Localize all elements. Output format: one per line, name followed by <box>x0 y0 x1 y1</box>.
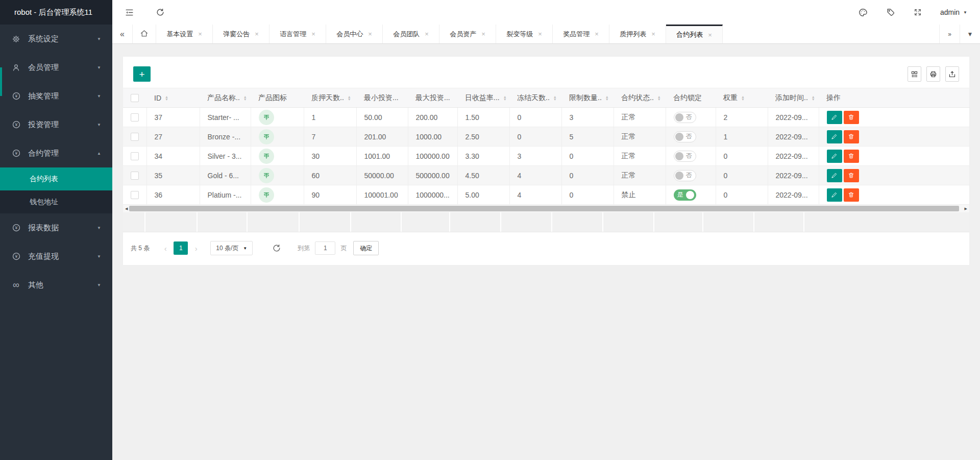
sort-icon[interactable]: ▲▼ <box>165 95 168 101</box>
lock-switch[interactable]: 是 <box>674 189 696 201</box>
close-icon[interactable]: × <box>311 30 315 38</box>
export-button[interactable] <box>945 66 959 82</box>
close-icon[interactable]: × <box>425 30 429 38</box>
sort-icon[interactable]: ▲▼ <box>243 95 247 101</box>
horizontal-scrollbar[interactable]: ◀ ▶ <box>123 205 969 212</box>
sidebar-item-7[interactable]: ¥充值提现▼ <box>0 242 112 271</box>
sort-down-icon[interactable]: ▼ <box>503 98 507 101</box>
sort-down-icon[interactable]: ▼ <box>657 98 661 101</box>
sort-icon[interactable]: ▲▼ <box>741 95 745 101</box>
refresh-icon[interactable] <box>156 8 165 17</box>
sort-icon[interactable]: ▲▼ <box>348 95 351 101</box>
lock-switch[interactable]: 否 <box>674 151 696 162</box>
edit-button[interactable] <box>827 169 842 182</box>
column-header-added[interactable]: 添加时间..▲▼ <box>768 88 819 108</box>
sidebar-item-3[interactable]: ¥抽奖管理▼ <box>0 82 112 110</box>
scrollbar-thumb[interactable] <box>129 206 959 211</box>
row-checkbox[interactable] <box>131 113 139 122</box>
sidebar-item-6[interactable]: ¥报表数据▼ <box>0 213 112 242</box>
tab[interactable]: 裂变等级× <box>496 25 553 43</box>
sidebar-scrollbar-thumb[interactable] <box>0 67 2 96</box>
edit-button[interactable] <box>827 188 842 202</box>
sort-down-icon[interactable]: ▼ <box>605 98 609 101</box>
prev-page-button[interactable]: ‹ <box>160 244 171 253</box>
refresh-table-icon[interactable] <box>272 244 281 253</box>
row-checkbox[interactable] <box>131 133 139 141</box>
theme-palette-icon[interactable] <box>858 8 868 17</box>
sort-down-icon[interactable]: ▼ <box>348 98 351 101</box>
sort-icon[interactable]: ▲▼ <box>553 95 557 101</box>
tab[interactable]: 会员资产× <box>439 25 496 43</box>
delete-button[interactable] <box>844 150 859 163</box>
tab[interactable]: 弹窗公告× <box>213 25 270 43</box>
close-icon[interactable]: × <box>708 31 712 39</box>
scroll-left-icon[interactable]: ◀ <box>125 207 128 211</box>
sort-down-icon[interactable]: ▼ <box>741 98 745 101</box>
tab[interactable]: 语言管理× <box>270 25 326 43</box>
menu-fold-icon[interactable] <box>125 8 134 17</box>
sort-down-icon[interactable]: ▼ <box>243 98 247 101</box>
close-icon[interactable]: × <box>651 30 655 38</box>
close-icon[interactable]: × <box>368 30 372 38</box>
sidebar-item-2[interactable]: 会员管理▼ <box>0 53 112 82</box>
user-menu[interactable]: admin ▼ <box>940 8 967 16</box>
tabs-scroll-right-button[interactable]: » <box>939 25 960 43</box>
delete-button[interactable] <box>844 169 859 182</box>
lock-switch[interactable]: 否 <box>674 131 696 142</box>
close-icon[interactable]: × <box>198 30 202 38</box>
tab[interactable]: 会员团队× <box>383 25 439 43</box>
column-header-weight[interactable]: 权重▲▼ <box>716 88 768 108</box>
columns-button[interactable] <box>908 66 921 82</box>
delete-button[interactable] <box>844 111 859 124</box>
edit-button[interactable] <box>827 150 842 163</box>
fullscreen-icon[interactable] <box>914 8 922 16</box>
add-button[interactable]: + <box>133 66 151 82</box>
tab[interactable]: 质押列表× <box>609 25 666 43</box>
tab[interactable]: 奖品管理× <box>553 25 609 43</box>
goto-page-input[interactable] <box>315 241 335 255</box>
column-header-daily_rate[interactable]: 日收益率...▲▼ <box>457 88 509 108</box>
sort-down-icon[interactable]: ▼ <box>553 98 557 101</box>
home-tab[interactable] <box>133 25 156 43</box>
row-checkbox[interactable] <box>131 152 139 160</box>
confirm-button[interactable]: 确定 <box>353 241 379 255</box>
sort-icon[interactable]: ▲▼ <box>503 95 507 101</box>
sidebar-subitem[interactable]: 钱包地址 <box>0 190 112 213</box>
tab-active[interactable]: 合约列表× <box>666 25 723 43</box>
select-all-checkbox[interactable] <box>131 94 139 102</box>
printer-button[interactable] <box>926 66 940 82</box>
tag-icon[interactable] <box>886 8 895 17</box>
sidebar-item-8[interactable]: ∞其他▼ <box>0 271 112 299</box>
sidebar-item-5[interactable]: ¥合约管理▲ <box>0 139 112 167</box>
close-icon[interactable]: × <box>481 30 485 38</box>
lock-switch[interactable]: 否 <box>674 112 696 123</box>
edit-button[interactable] <box>827 111 842 124</box>
page-size-select[interactable]: 10 条/页 ▼ <box>210 241 253 255</box>
delete-button[interactable] <box>844 188 859 202</box>
column-header-name[interactable]: 产品名称..▲▼ <box>200 88 251 108</box>
row-checkbox[interactable] <box>131 191 139 199</box>
delete-button[interactable] <box>844 130 859 143</box>
sidebar-item-1[interactable]: 系统设定▼ <box>0 25 112 53</box>
close-icon[interactable]: × <box>538 30 542 38</box>
sort-icon[interactable]: ▲▼ <box>657 95 661 101</box>
sort-down-icon[interactable]: ▼ <box>812 98 815 101</box>
sidebar-item-4[interactable]: ¥投资管理▼ <box>0 110 112 139</box>
column-header-freeze_days[interactable]: 冻结天数..▲▼ <box>509 88 561 108</box>
scroll-right-icon[interactable]: ▶ <box>965 207 967 211</box>
column-header-id[interactable]: ID▲▼ <box>146 88 200 108</box>
tab[interactable]: 基本设置× <box>156 25 213 43</box>
current-page-button[interactable]: 1 <box>174 241 188 255</box>
edit-button[interactable] <box>827 130 842 143</box>
column-header-status[interactable]: 合约状态..▲▼ <box>614 88 666 108</box>
tabs-menu-button[interactable]: ▼ <box>960 25 980 43</box>
next-page-button[interactable]: › <box>190 244 202 253</box>
sort-down-icon[interactable]: ▼ <box>165 98 168 101</box>
column-header-limit_count[interactable]: 限制数量..▲▼ <box>561 88 614 108</box>
tab[interactable]: 会员中心× <box>326 25 383 43</box>
sort-icon[interactable]: ▲▼ <box>812 95 815 101</box>
sidebar-subitem[interactable]: 合约列表 <box>0 167 112 190</box>
lock-switch[interactable]: 否 <box>674 170 696 181</box>
tabs-scroll-left-button[interactable]: « <box>112 25 133 43</box>
close-icon[interactable]: × <box>255 30 259 38</box>
